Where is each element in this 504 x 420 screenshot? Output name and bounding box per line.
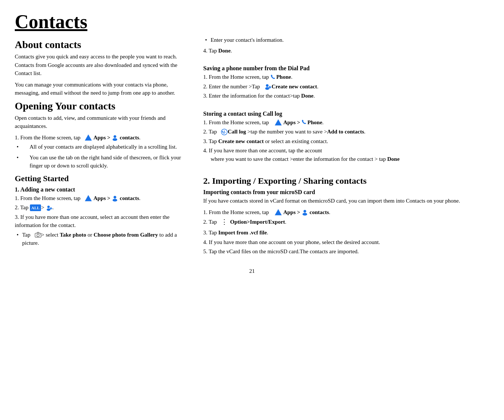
adding-step2: 2. Tap ALL> .	[15, 203, 192, 212]
contacts-icon-opening	[112, 134, 118, 141]
right-column: Enter your contact's information. 4. Tap…	[203, 36, 489, 257]
about-p1: Contacts give you quick and easy access …	[15, 52, 192, 78]
svg-point-1	[114, 135, 116, 138]
import-step2: 2. Tap ⋮ Option>Import/Export.	[203, 217, 489, 227]
opening-step1-bold: Apps >	[93, 135, 110, 140]
apps-icon-storing	[275, 119, 282, 126]
opening-heading: Opening Your contacts	[15, 100, 192, 112]
phone-icon-saving	[270, 74, 276, 80]
opening-bullet2: You can use the tab on the right hand si…	[15, 153, 192, 170]
left-column: About contacts Contacts give you quick a…	[15, 36, 192, 257]
about-p2: You can manage your communications with …	[15, 81, 192, 97]
step4-done: 4. Tap Done.	[203, 47, 489, 55]
svg-marker-3	[85, 195, 92, 201]
svg-point-11	[37, 234, 39, 237]
svg-point-5	[113, 199, 118, 201]
svg-point-4	[114, 196, 116, 199]
adding-bullet-photo: Tap > select Take photo or Choose photo …	[15, 231, 192, 247]
svg-point-23	[303, 213, 307, 216]
opening-p1: Open contacts to add, view, and communic…	[15, 114, 192, 131]
adding-heading: 1. Adding a new contact	[15, 186, 192, 193]
svg-marker-17	[275, 119, 282, 125]
svg-marker-0	[85, 135, 92, 140]
svg-rect-12	[40, 234, 40, 235]
apps-icon-adding	[85, 195, 92, 201]
import-section: 2. Importing / Exporting / Sharing conta…	[203, 176, 489, 256]
page-number: 21	[15, 268, 489, 274]
import-p1: If you have contacts stored in vCard for…	[203, 197, 489, 205]
svg-point-22	[303, 210, 306, 213]
camera-icon	[35, 232, 41, 238]
import-step4: 4. If you have more than one account on …	[203, 238, 489, 247]
svg-line-20	[224, 132, 225, 133]
saving-heading: Saving a phone number from the Dial Pad	[203, 65, 489, 72]
svg-point-6	[47, 206, 50, 208]
svg-marker-21	[275, 209, 282, 215]
about-contacts-heading: About contacts	[15, 39, 192, 51]
storing-step1: 1. From the Home screen, tap Apps > Phon…	[203, 118, 489, 127]
import-main-heading: 2. Importing / Exporting / Sharing conta…	[203, 176, 489, 186]
adding-step1: 1. From the Home screen, tap Apps > cont…	[15, 194, 192, 203]
getting-started-heading: Getting Started	[15, 174, 192, 183]
calllog-icon	[221, 129, 228, 135]
right-bullet-enter: Enter your contact's information.	[203, 36, 489, 44]
phone-icon-storing	[302, 119, 307, 125]
svg-point-13	[266, 84, 268, 87]
import-step3: 3. Tap Import from .vcf file.	[203, 228, 489, 237]
opening-bullet1: All of your contacts are displayed alpha…	[15, 143, 192, 151]
apps-icon	[85, 134, 92, 141]
options-icon: ⋮	[221, 217, 227, 227]
storing-step2: 2. Tap Call log >tap the number you want…	[203, 128, 489, 136]
import-step5: 5. Tap the vCard files on the microSD ca…	[203, 247, 489, 256]
storing-step4: 4. If you have more than one account, ta…	[203, 146, 489, 163]
page-title: Contacts	[15, 11, 489, 32]
apps-icon-import	[275, 209, 282, 216]
create-contact-icon	[264, 83, 272, 90]
adding-step3: 3. If you have more than one account, se…	[15, 213, 192, 230]
opening-step1-text: 1. From the Home screen, tap Apps > cont…	[15, 135, 140, 140]
opening-step1-contacts: contacts	[120, 135, 139, 140]
contacts-icon-adding	[112, 195, 118, 201]
storing-heading: Storing a contact using Call log	[203, 111, 489, 117]
all-icon: ALL	[30, 204, 41, 211]
storing-step3: 3. Tap Create new contact or select an e…	[203, 137, 489, 146]
saving-step2: 2. Enter the number >Tap Create new cont…	[203, 82, 489, 91]
add-contact-icon	[46, 204, 52, 211]
contacts-icon-import	[302, 209, 308, 216]
saving-step3: 3. Enter the information for the contact…	[203, 92, 489, 100]
opening-step1: 1. From the Home screen, tap Apps > cont…	[15, 133, 192, 142]
saving-step1: 1. From the Home screen, tap Phone.	[203, 73, 489, 81]
import-sub-heading: Importing contacts from your microSD car…	[203, 189, 489, 196]
import-step1: 1. From the Home screen, tap Apps > cont…	[203, 208, 489, 217]
svg-point-2	[113, 138, 118, 141]
